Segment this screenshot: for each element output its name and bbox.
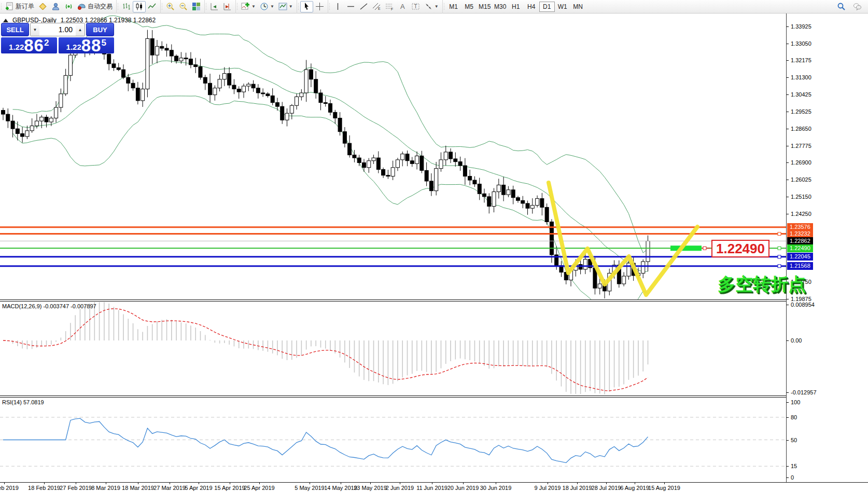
auto-scroll-button[interactable] xyxy=(208,1,221,12)
timeframe-mn[interactable]: MN xyxy=(570,2,586,12)
metaeditor-button[interactable] xyxy=(36,1,49,12)
horizontal-line-button[interactable] xyxy=(344,1,357,12)
price-callout-label[interactable]: 1.22490 xyxy=(711,240,769,257)
text-button[interactable]: A xyxy=(396,1,409,12)
arrows-button[interactable]: ▼ xyxy=(422,1,441,12)
autotrade-button[interactable]: 自动交易 xyxy=(75,1,115,12)
axis-tick xyxy=(787,94,789,95)
timeframe-m1[interactable]: M1 xyxy=(446,2,461,12)
crosshair-button[interactable] xyxy=(313,1,326,12)
chat-button[interactable] xyxy=(851,1,864,12)
volume-up-button[interactable]: ▲ xyxy=(76,23,85,36)
signal-button[interactable] xyxy=(62,1,75,12)
date-label: 8 Feb 2019 xyxy=(0,485,19,491)
periods-button[interactable]: ▼ xyxy=(258,1,276,12)
axis-tick xyxy=(787,112,789,112)
indicators-button[interactable]: ▼ xyxy=(239,1,258,12)
date-label: 8 Mar 2019 xyxy=(91,485,120,491)
zoom-in-button[interactable] xyxy=(164,1,177,12)
vertical-line-button[interactable] xyxy=(331,1,344,12)
date-tick xyxy=(259,483,260,484)
trendline-icon xyxy=(359,2,368,11)
volume-down-button[interactable]: ▼ xyxy=(31,23,39,36)
date-label: 5 May 2019 xyxy=(295,485,324,491)
fibonacci-button[interactable]: F xyxy=(383,1,396,12)
rsi-axis-label: 80 xyxy=(791,414,797,420)
sell-price[interactable]: 1.22862 xyxy=(1,37,57,53)
axis-tick xyxy=(787,417,789,418)
line-chart-button[interactable] xyxy=(146,1,159,12)
new-order-button[interactable]: 新订单 xyxy=(3,1,36,12)
date-axis[interactable]: 8 Feb 201918 Feb 201927 Feb 20198 Mar 20… xyxy=(0,482,868,492)
price-tag: 1.21568 xyxy=(787,262,813,270)
tile-windows-icon xyxy=(192,2,201,11)
profile-icon xyxy=(51,2,60,11)
date-tick xyxy=(76,483,76,484)
buy-price[interactable]: 1.22885 xyxy=(59,37,115,53)
rsi-label: RSI(14) 57.0819 xyxy=(2,399,44,405)
price-axis[interactable]: 1.339251.330501.321751.313001.304251.295… xyxy=(786,13,868,482)
timeframe-h1[interactable]: H1 xyxy=(508,2,524,12)
zoom-out-button[interactable] xyxy=(177,1,190,12)
candlestick-chart-button[interactable] xyxy=(133,1,146,12)
mt4-window: 新订单 xyxy=(0,0,868,492)
date-tick xyxy=(230,483,230,484)
profile-button[interactable] xyxy=(49,1,62,12)
timeframe-m30[interactable]: M30 xyxy=(493,2,508,12)
candlestick-chart-icon xyxy=(135,2,144,11)
equidistant-channel-button[interactable]: E xyxy=(370,1,383,12)
date-tick xyxy=(4,483,5,484)
autotrade-icon xyxy=(77,2,86,11)
price-axis-label: 1.25150 xyxy=(791,194,811,200)
panel-divider-macd[interactable] xyxy=(0,299,786,302)
price-axis-label: 1.29525 xyxy=(791,108,811,115)
date-label: 6 Aug 2019 xyxy=(620,485,649,491)
timeframe-w1[interactable]: W1 xyxy=(555,2,570,12)
date-label: 15 Aug 2019 xyxy=(648,485,680,491)
panel-divider-rsi[interactable] xyxy=(0,395,786,398)
volume-input[interactable]: 1.00 xyxy=(39,23,76,36)
axis-tick xyxy=(787,477,789,478)
price-chart[interactable] xyxy=(0,13,786,299)
rsi-axis-label: 100 xyxy=(791,399,800,405)
cursor-button[interactable] xyxy=(300,1,313,12)
buy-button[interactable]: BUY xyxy=(86,23,114,36)
templates-icon xyxy=(278,2,287,11)
templates-button[interactable]: ▼ xyxy=(276,1,295,12)
date-tick xyxy=(138,483,138,484)
sell-price-sup: 2 xyxy=(44,38,49,48)
timeframe-d1[interactable]: D1 xyxy=(539,2,555,12)
tile-windows-button[interactable] xyxy=(190,1,203,12)
date-tick xyxy=(606,483,607,484)
metaeditor-icon xyxy=(38,2,47,11)
price-tag: 1.23232 xyxy=(787,230,813,238)
date-tick xyxy=(548,483,548,484)
axis-tick xyxy=(787,77,789,78)
price-tag: 1.22862 xyxy=(787,237,813,245)
cursor-icon xyxy=(302,2,311,11)
axis-tick xyxy=(787,197,789,197)
rsi-panel[interactable] xyxy=(0,398,786,482)
buy-price-sup: 5 xyxy=(101,38,106,48)
text-icon: A xyxy=(398,2,407,11)
search-button[interactable] xyxy=(835,1,848,12)
axis-tick xyxy=(787,340,789,341)
macd-axis-label: -0.012957 xyxy=(791,389,817,395)
timeframe-m5[interactable]: M5 xyxy=(461,2,477,12)
macd-panel[interactable] xyxy=(0,302,786,395)
zoom-out-icon xyxy=(179,2,188,11)
text-label-button[interactable]: T xyxy=(409,1,422,12)
axis-tick xyxy=(787,305,789,305)
sell-button[interactable]: SELL xyxy=(1,23,29,36)
bar-chart-button[interactable] xyxy=(120,1,133,12)
chart-shift-button[interactable] xyxy=(221,1,234,12)
price-axis-label: 1.26025 xyxy=(791,176,811,183)
timeframe-h4[interactable]: H4 xyxy=(524,2,539,12)
trendline-button[interactable] xyxy=(357,1,370,12)
timeframe-m15[interactable]: M15 xyxy=(477,2,493,12)
collapse-arrow-icon[interactable] xyxy=(3,19,8,22)
horizontal-line-icon xyxy=(346,2,355,11)
periods-clock-icon xyxy=(260,2,269,11)
annotation-text[interactable]: 多空转折点 xyxy=(718,272,806,296)
price-axis-label: 1.26900 xyxy=(791,159,811,166)
